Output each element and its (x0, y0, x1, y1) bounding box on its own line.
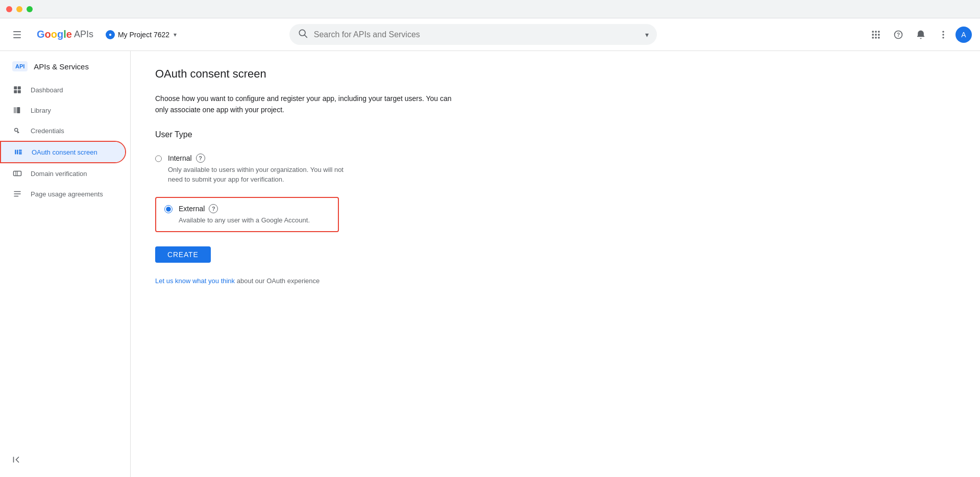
svg-rect-10 (878, 34, 879, 35)
dashboard-icon (12, 85, 22, 95)
external-option: External ? Available to any user with a … (164, 204, 330, 225)
close-button[interactable] (6, 6, 12, 12)
project-name: My Project 7622 (118, 31, 169, 39)
feedback-text: Let us know what you think about our OAu… (155, 277, 955, 285)
svg-rect-6 (875, 31, 876, 32)
page-title: OAuth consent screen (155, 67, 955, 81)
sidebar-collapse-button[interactable] (0, 450, 130, 469)
internal-description: Only available to users within your orga… (168, 165, 359, 185)
api-badge: API (12, 61, 28, 71)
oauth-icon (13, 147, 23, 157)
external-label-row: External ? (179, 204, 310, 213)
more-button[interactable] (933, 24, 953, 45)
svg-rect-11 (872, 37, 873, 38)
search-input[interactable] (314, 30, 639, 39)
svg-rect-5 (872, 31, 873, 32)
external-option-box: External ? Available to any user with a … (155, 197, 339, 233)
search-icon (298, 28, 308, 41)
svg-line-4 (304, 35, 307, 38)
project-icon: ● (106, 30, 115, 39)
app-body: API APIs & Services Dashboard Library Cr… (0, 51, 980, 477)
svg-rect-30 (19, 152, 22, 153)
external-label[interactable]: External (179, 205, 205, 213)
oauth-consent-wrapper: OAuth consent screen (0, 141, 126, 163)
svg-rect-31 (19, 153, 22, 154)
sidebar-item-dashboard[interactable]: Dashboard (0, 80, 126, 100)
svg-rect-9 (875, 34, 876, 35)
svg-rect-12 (875, 37, 876, 38)
feedback-link[interactable]: Let us know what you think (155, 277, 235, 285)
svg-point-17 (942, 34, 944, 35)
svg-rect-28 (17, 150, 18, 155)
sidebar-item-dashboard-label: Dashboard (31, 86, 63, 94)
user-type-heading: User Type (155, 130, 955, 139)
svg-rect-25 (17, 107, 20, 113)
apis-label: APIs (74, 29, 93, 40)
sidebar-header: API APIs & Services (0, 55, 130, 80)
svg-rect-21 (14, 90, 17, 93)
sidebar-item-oauth-consent[interactable]: OAuth consent screen (1, 142, 125, 162)
external-radio[interactable] (164, 205, 173, 213)
svg-point-16 (942, 31, 944, 32)
external-help-icon[interactable]: ? (209, 204, 218, 213)
notifications-button[interactable] (911, 24, 931, 45)
google-apis-logo[interactable]: Google APIs (37, 29, 93, 40)
sidebar-item-domain-verification[interactable]: Domain verification (0, 163, 126, 184)
svg-rect-20 (18, 86, 21, 89)
svg-rect-19 (14, 86, 17, 89)
svg-rect-27 (15, 150, 16, 155)
internal-label-row: Internal ? (168, 154, 359, 163)
user-type-options: Internal ? Only available to users withi… (155, 149, 359, 233)
svg-rect-23 (14, 107, 15, 113)
svg-rect-33 (14, 191, 21, 192)
sidebar-bottom (0, 442, 130, 477)
internal-option: Internal ? Only available to users withi… (155, 149, 359, 189)
svg-point-18 (942, 37, 944, 38)
apps-button[interactable] (866, 24, 886, 45)
svg-rect-1 (13, 34, 21, 35)
library-icon (12, 105, 22, 115)
internal-radio[interactable] (155, 155, 162, 163)
svg-rect-29 (19, 150, 22, 151)
sidebar-item-library[interactable]: Library (0, 100, 126, 120)
domain-icon (12, 168, 22, 179)
sidebar-item-page-usage[interactable]: Page usage agreements (0, 184, 126, 204)
external-description: Available to any user with a Google Acco… (179, 215, 310, 225)
svg-rect-8 (872, 34, 873, 35)
sidebar-item-oauth-label: OAuth consent screen (32, 148, 97, 156)
internal-content: Internal ? Only available to users withi… (168, 154, 359, 185)
feedback-rest: about our OAuth experience (235, 277, 320, 285)
create-button[interactable]: CREATE (155, 246, 211, 263)
description-text: Choose how you want to configure and reg… (155, 93, 461, 116)
svg-rect-13 (878, 37, 879, 38)
svg-text:?: ? (897, 32, 900, 37)
sidebar-title: APIs & Services (34, 62, 89, 71)
chevron-down-icon: ▾ (174, 31, 177, 38)
sidebar-item-credentials-label: Credentials (31, 127, 64, 135)
svg-rect-34 (14, 193, 21, 194)
credentials-icon (12, 125, 22, 136)
sidebar-item-library-label: Library (31, 107, 51, 114)
main-content: OAuth consent screen Choose how you want… (131, 51, 980, 477)
svg-rect-35 (14, 196, 18, 197)
hamburger-menu-button[interactable] (8, 24, 29, 45)
sidebar-item-page-usage-label: Page usage agreements (31, 190, 103, 198)
sidebar-item-domain-label: Domain verification (31, 170, 87, 178)
svg-rect-24 (15, 107, 16, 113)
external-content: External ? Available to any user with a … (179, 204, 310, 225)
avatar[interactable]: A (955, 27, 972, 43)
usage-icon (12, 189, 22, 199)
sidebar-item-credentials[interactable]: Credentials (0, 120, 126, 141)
top-nav: Google APIs ● My Project 7622 ▾ ▾ ? A (0, 18, 980, 51)
svg-rect-22 (18, 90, 21, 93)
maximize-button[interactable] (27, 6, 33, 12)
svg-rect-2 (13, 37, 21, 38)
help-button[interactable]: ? (888, 24, 909, 45)
svg-point-26 (15, 129, 18, 132)
internal-label[interactable]: Internal (168, 154, 192, 162)
internal-help-icon[interactable]: ? (196, 154, 205, 163)
project-selector[interactable]: ● My Project 7622 ▾ (102, 27, 181, 42)
svg-rect-7 (878, 31, 879, 32)
minimize-button[interactable] (16, 6, 22, 12)
title-bar (0, 0, 980, 18)
